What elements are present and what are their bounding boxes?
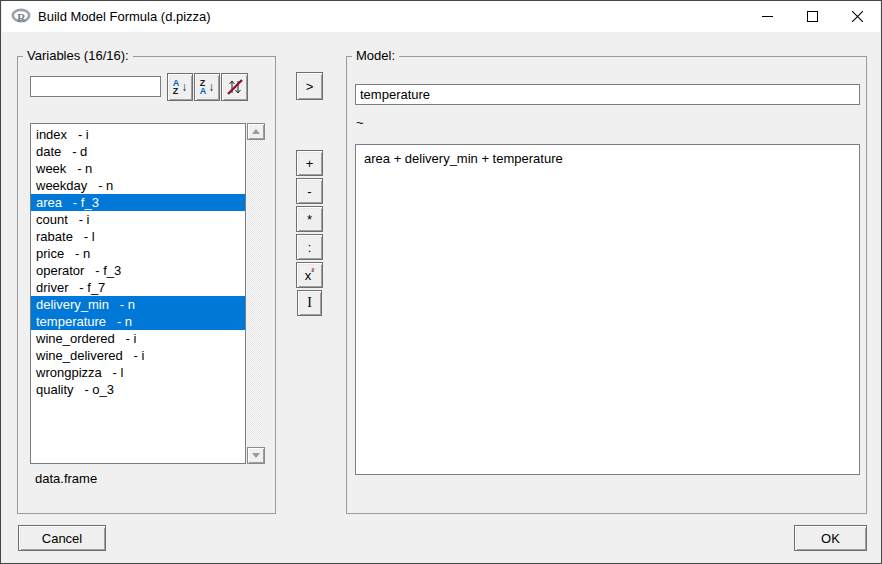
list-item[interactable]: price - n bbox=[31, 245, 245, 262]
variables-list[interactable]: index - idate - dweek - nweekday - narea… bbox=[30, 123, 246, 464]
list-item[interactable]: area - f_3 bbox=[31, 194, 245, 211]
sort-za-icon: Z A bbox=[200, 79, 207, 95]
sort-ascending-button[interactable]: A Z ↓ bbox=[167, 73, 193, 101]
list-item[interactable]: wrongpizza - l bbox=[31, 364, 245, 381]
formula-textarea[interactable]: area + delivery_min + temperature bbox=[355, 144, 860, 475]
list-item[interactable]: date - d bbox=[31, 143, 245, 160]
square-operator-button[interactable]: x² bbox=[296, 262, 323, 288]
crossed-sort-icon bbox=[226, 78, 244, 96]
list-item[interactable]: delivery_min - n bbox=[31, 296, 245, 313]
list-item[interactable]: rabate - l bbox=[31, 228, 245, 245]
close-icon[interactable] bbox=[835, 1, 880, 32]
list-item[interactable]: weekday - n bbox=[31, 177, 245, 194]
times-operator-button[interactable]: * bbox=[296, 206, 323, 232]
x-squared-icon: x² bbox=[305, 267, 315, 283]
scrollbar-trough[interactable] bbox=[248, 140, 264, 447]
model-groupbox: Model: ~ area + delivery_min + temperatu… bbox=[346, 56, 867, 514]
variables-groupbox: Variables (16/16): A Z ↓ Z A ↓ bbox=[17, 56, 276, 514]
ok-button[interactable]: OK bbox=[794, 525, 867, 551]
build-model-formula-dialog: R Build Model Formula (d.pizza) Variable… bbox=[0, 0, 882, 564]
minus-operator-button[interactable]: - bbox=[296, 178, 323, 204]
scroll-up-icon bbox=[252, 129, 260, 134]
scroll-up-button[interactable] bbox=[247, 123, 265, 140]
titlebar: R Build Model Formula (d.pizza) bbox=[2, 1, 880, 32]
dataframe-class-label: data.frame bbox=[35, 471, 97, 486]
scroll-down-button[interactable] bbox=[247, 447, 265, 464]
response-variable-input[interactable] bbox=[355, 84, 860, 105]
cancel-button[interactable]: Cancel bbox=[18, 525, 106, 551]
sort-az-icon: A Z bbox=[173, 79, 180, 95]
plus-operator-button[interactable]: + bbox=[296, 150, 323, 176]
variables-groupbox-title: Variables (16/16): bbox=[23, 48, 133, 63]
transfer-variable-button[interactable]: > bbox=[296, 72, 323, 100]
colon-operator-button[interactable]: : bbox=[296, 234, 323, 260]
window-title: Build Model Formula (d.pizza) bbox=[38, 9, 211, 24]
list-item[interactable]: count - i bbox=[31, 211, 245, 228]
list-item[interactable]: index - i bbox=[31, 126, 245, 143]
variable-filter-input[interactable] bbox=[30, 76, 161, 97]
r-logo-icon: R bbox=[11, 8, 31, 25]
scroll-down-icon bbox=[252, 453, 260, 458]
minimize-icon[interactable] bbox=[745, 1, 790, 32]
list-item[interactable]: wine_ordered - i bbox=[31, 330, 245, 347]
list-item[interactable]: driver - f_7 bbox=[31, 279, 245, 296]
tilde-label: ~ bbox=[356, 115, 364, 130]
sort-original-order-button[interactable] bbox=[221, 73, 248, 101]
list-item[interactable]: wine_delivered - i bbox=[31, 347, 245, 364]
list-item[interactable]: temperature - n bbox=[31, 313, 245, 330]
maximize-icon[interactable] bbox=[790, 1, 835, 32]
caption-buttons bbox=[745, 1, 880, 32]
model-groupbox-title: Model: bbox=[352, 48, 399, 63]
list-item[interactable]: quality - o_3 bbox=[31, 381, 245, 398]
variables-scrollbar[interactable] bbox=[247, 123, 265, 464]
svg-text:R: R bbox=[17, 11, 26, 25]
identity-operator-button[interactable]: I bbox=[297, 290, 322, 316]
sort-descending-button[interactable]: Z A ↓ bbox=[194, 73, 220, 101]
list-item[interactable]: operator - f_3 bbox=[31, 262, 245, 279]
list-item[interactable]: week - n bbox=[31, 160, 245, 177]
